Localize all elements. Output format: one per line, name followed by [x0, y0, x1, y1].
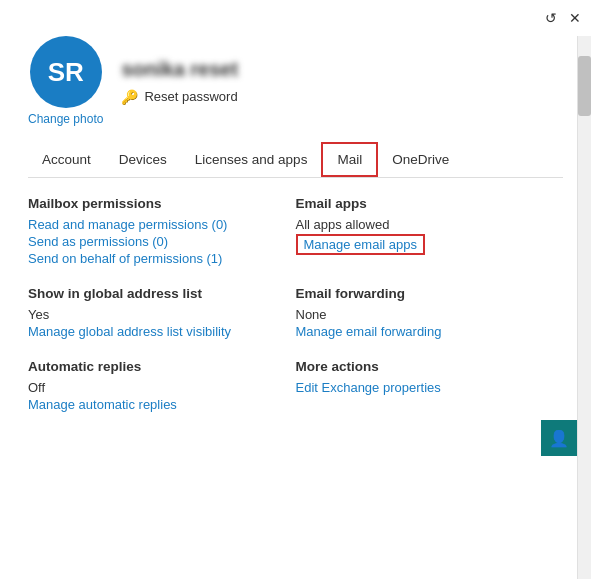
send-behalf-link[interactable]: Send on behalf of permissions (1) — [28, 251, 296, 266]
automatic-replies-status: Off — [28, 380, 296, 395]
tab-mail[interactable]: Mail — [321, 142, 378, 177]
manage-automatic-replies-link[interactable]: Manage automatic replies — [28, 397, 296, 412]
tabs-bar: Account Devices Licenses and apps Mail O… — [28, 142, 563, 178]
title-bar: ↺ ✕ — [0, 0, 591, 36]
avatar: SR — [30, 36, 102, 108]
manage-global-address-link[interactable]: Manage global address list visibility — [28, 324, 296, 339]
scrollbar-thumb[interactable] — [578, 56, 591, 116]
mailbox-permissions-section: Mailbox permissions Read and manage perm… — [28, 196, 296, 286]
global-address-title: Show in global address list — [28, 286, 296, 301]
manage-email-forwarding-link[interactable]: Manage email forwarding — [296, 324, 564, 339]
email-apps-section: Email apps All apps allowed Manage email… — [296, 196, 564, 286]
tab-onedrive[interactable]: OneDrive — [378, 142, 463, 177]
main-window: ↺ ✕ 👤 SR Change photo sonika reset 🔑 Res… — [0, 0, 591, 579]
key-icon: 🔑 — [121, 89, 138, 105]
refresh-icon[interactable]: ↺ — [545, 10, 557, 26]
person-icon: 👤 — [549, 429, 569, 448]
content-area: SR Change photo sonika reset 🔑 Reset pas… — [0, 36, 591, 579]
edit-exchange-link[interactable]: Edit Exchange properties — [296, 380, 564, 395]
email-apps-status: All apps allowed — [296, 217, 564, 232]
close-icon[interactable]: ✕ — [569, 10, 581, 26]
avatar-container: SR Change photo — [28, 36, 103, 126]
automatic-replies-title: Automatic replies — [28, 359, 296, 374]
global-address-section: Show in global address list Yes Manage g… — [28, 286, 296, 359]
user-name: sonika reset — [121, 58, 238, 81]
scrollbar[interactable] — [577, 36, 591, 579]
more-actions-section: More actions Edit Exchange properties — [296, 359, 564, 432]
profile-info: sonika reset 🔑 Reset password — [121, 58, 238, 105]
global-address-status: Yes — [28, 307, 296, 322]
reset-password-button[interactable]: 🔑 Reset password — [121, 89, 238, 105]
sections-grid: Mailbox permissions Read and manage perm… — [28, 196, 563, 432]
reset-password-label: Reset password — [144, 89, 237, 104]
email-forwarding-status: None — [296, 307, 564, 322]
automatic-replies-section: Automatic replies Off Manage automatic r… — [28, 359, 296, 432]
read-manage-link[interactable]: Read and manage permissions (0) — [28, 217, 296, 232]
mailbox-permissions-title: Mailbox permissions — [28, 196, 296, 211]
change-photo-link[interactable]: Change photo — [28, 112, 103, 126]
profile-header: SR Change photo sonika reset 🔑 Reset pas… — [28, 36, 563, 126]
tab-account[interactable]: Account — [28, 142, 105, 177]
manage-email-apps-link[interactable]: Manage email apps — [296, 234, 425, 255]
email-forwarding-title: Email forwarding — [296, 286, 564, 301]
send-as-link[interactable]: Send as permissions (0) — [28, 234, 296, 249]
email-apps-title: Email apps — [296, 196, 564, 211]
tab-licenses[interactable]: Licenses and apps — [181, 142, 322, 177]
more-actions-title: More actions — [296, 359, 564, 374]
tab-devices[interactable]: Devices — [105, 142, 181, 177]
email-forwarding-section: Email forwarding None Manage email forwa… — [296, 286, 564, 359]
teal-action-button[interactable]: 👤 — [541, 420, 577, 456]
